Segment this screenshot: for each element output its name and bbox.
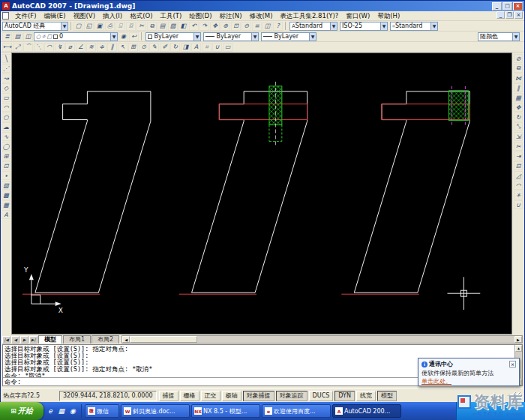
color-select[interactable]: ByLayer ▼ [146,32,201,41]
toggle-snap[interactable]: 捕捉 [159,391,178,401]
text-style-select[interactable]: A Standard ▼ [290,22,338,31]
circle-icon[interactable]: ○ [2,112,10,122]
toggle-ortho[interactable]: 正交 [201,391,220,401]
taskbar-wechat-button[interactable]: 微 微信 [85,404,119,418]
hatch-icon[interactable]: ▨ [2,181,10,190]
copy-icon[interactable]: ⧉ [147,22,157,31]
toggle-grid[interactable]: 栅格 [180,391,200,401]
quicklaunch-desktop-icon[interactable]: ▦ [56,406,67,416]
toggle-otrack[interactable]: 对象追踪 [276,391,308,401]
taskbar-word-button[interactable]: W 斜贝奥迪.doc... [121,404,190,418]
pan-icon[interactable]: ✥ [210,22,220,31]
dim-baseline-icon[interactable]: ≑ [97,43,106,52]
zoom-realtime-icon[interactable]: ⊕ [220,22,230,31]
point-icon[interactable]: ∙ [2,171,10,180]
menu-modify[interactable]: 修改(M) [245,11,276,21]
mdi-close-button[interactable]: × [514,11,523,19]
close-button[interactable]: × [513,2,523,10]
taskbar-autocad-button[interactable]: A AutoCAD 200... [332,404,401,418]
join-icon[interactable]: ∪ [514,200,523,209]
arc-icon[interactable]: ◠ [2,103,10,112]
maximize-button[interactable]: □ [502,2,512,10]
properties-icon[interactable]: ≡ [252,22,262,31]
dim-text-edit-icon[interactable]: ✐ [160,43,170,52]
start-button[interactable]: ⊞ 开始 [0,402,44,420]
leader-icon[interactable]: ↖ [118,43,128,52]
make-block-icon[interactable]: ⊡ [2,161,10,170]
fillet-icon[interactable]: ◠ [514,181,523,190]
tolerance-icon[interactable]: ⊞ [128,43,138,52]
region-icon[interactable]: ▦ [2,200,10,209]
lineweight-select[interactable]: ByLayer ▼ [261,32,316,41]
plotstyle-select[interactable]: 随颜色 ▼ [478,32,520,41]
mirror-icon[interactable]: ⋈ [514,74,523,82]
tab-next-button[interactable]: ▶ [20,336,28,344]
menu-tools[interactable]: 工具(T) [156,11,185,21]
workspace-select[interactable]: AutoCAD 经典 ▼ [2,22,68,31]
stretch-icon[interactable]: ⇲ [514,132,523,141]
menu-file[interactable]: 文件(F) [11,11,40,21]
insert-block-icon[interactable]: ⊞ [2,152,10,160]
quicklaunch-media-icon[interactable]: ◉ [68,406,78,416]
publish-icon[interactable]: ⌼ [126,22,136,31]
designcenter-icon[interactable]: ◫ [262,22,272,31]
units-icon[interactable]: ∪ [212,43,222,52]
drawing-canvas[interactable]: Y X [11,52,512,334]
menu-window[interactable]: 窗口(W) [342,11,374,21]
chamfer-icon[interactable]: ◿ [514,171,523,180]
zoom-window-icon[interactable]: ⊡ [231,22,241,31]
menu-insert[interactable]: 插入(I) [99,11,126,21]
extend-icon[interactable]: ⇥ [514,152,523,160]
mdi-restore-button[interactable]: ❐ [506,11,514,19]
dim-linear-icon[interactable]: ⟷ [2,43,12,52]
dim-edit-icon[interactable]: ✎ [149,43,159,52]
dim-style-icon[interactable]: ◨ [181,43,190,52]
tab-last-button[interactable]: ▶| [29,336,38,344]
copy-object-icon[interactable]: ⧉ [514,64,523,73]
menu-draw[interactable]: 绘图(D) [185,11,215,21]
construction-line-icon[interactable]: ⋰ [2,64,10,73]
explode-icon[interactable]: ✳ [514,190,523,200]
move-icon[interactable]: ✥ [514,103,523,112]
layer-filter-icon[interactable]: ▤ [13,32,22,41]
scrollbar-thumb[interactable] [130,336,197,343]
tab-prev-button[interactable]: ◀ [11,336,20,344]
tab-first-button[interactable]: |◀ [2,336,10,344]
new-icon[interactable]: ▢ [74,22,83,31]
quicklaunch-browser-icon[interactable]: e [45,406,56,416]
gradient-icon[interactable]: ▩ [2,190,10,200]
block-editor-icon[interactable]: ◧ [178,22,188,31]
center-mark-icon[interactable]: ⊙ [139,43,148,52]
menu-help[interactable]: 帮助(H) [374,11,404,21]
dim-aligned-icon[interactable]: ⤢ [13,43,22,52]
plot-preview-icon[interactable]: ⌺ [116,22,125,31]
layer-previous-icon[interactable]: ↩ [129,32,139,41]
scroll-up-icon[interactable]: ▲ [515,345,522,352]
spline-icon[interactable]: ∿ [2,132,10,141]
coordinates-display[interactable]: 3209.9444, 218.8210, 0.0000 [59,391,157,401]
scroll-left-icon[interactable]: ◀ [122,336,130,343]
save-icon[interactable]: ▣ [94,22,104,31]
array-icon[interactable]: ▦ [514,93,523,102]
mtext-icon[interactable]: A [2,210,10,219]
menu-edit[interactable]: 编辑(E) [40,11,70,21]
scale-icon[interactable]: ⤡ [514,122,523,131]
dim-update-icon[interactable]: ↻ [170,43,180,52]
minimize-button[interactable]: _ [492,2,502,10]
dim-radius-icon[interactable]: ◠ [44,43,54,52]
undo-icon[interactable]: ↶ [189,22,199,31]
make-object-layer-icon[interactable]: ◉ [118,32,128,41]
dim-ordinate-icon[interactable]: ⋱ [34,43,44,52]
zoom-previous-icon[interactable]: ⊖ [242,22,251,31]
toggle-osnap[interactable]: 对象捕捉 [243,391,274,401]
dim-style-select[interactable]: ISO-25 ▼ [340,22,388,31]
tab-layout2[interactable]: 布局2 [92,335,119,344]
balloon-link[interactable]: 单击此处。 [422,378,452,385]
menu-view[interactable]: 视图(V) [70,11,99,21]
toggle-lineweight[interactable]: 线宽 [356,391,376,401]
dim-continue-icon[interactable]: ∥ [107,43,117,52]
layer-select[interactable]: ○☼□ 0 ▼ [34,32,118,41]
menu-express[interactable]: 表达工具集2.81(Y)? [276,11,342,21]
toggle-model[interactable]: 模型 [377,391,397,401]
tab-model[interactable]: 模型 [38,335,62,344]
